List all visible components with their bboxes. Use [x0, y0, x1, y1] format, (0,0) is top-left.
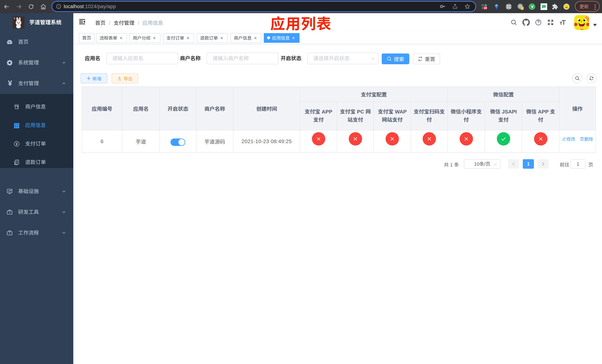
svg-text:10: 10 — [484, 6, 487, 9]
svg-text:1: 1 — [521, 7, 523, 10]
